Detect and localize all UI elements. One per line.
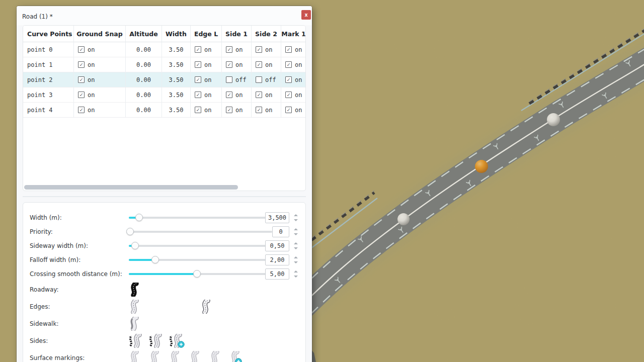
checkbox[interactable] [256, 76, 262, 83]
spinner-buttons[interactable] [292, 255, 299, 265]
texture-icon[interactable] [169, 351, 182, 362]
checkbox[interactable]: ✓ [256, 92, 262, 98]
checkbox[interactable]: ✓ [78, 46, 85, 53]
value-input[interactable]: 0,50 [265, 240, 289, 251]
table-row[interactable]: point 3✓on0.003.50✓on✓on✓on✓on [23, 87, 305, 103]
scrollbar-thumb[interactable] [24, 185, 238, 190]
checkbox-cell[interactable]: ✓on [74, 57, 126, 72]
texture-icon[interactable] [149, 351, 162, 362]
checkbox-cell[interactable]: ✓on [252, 103, 281, 117]
checkbox[interactable] [226, 76, 232, 83]
checkbox-cell[interactable]: ✓on [74, 42, 126, 57]
altitude-cell[interactable]: 0.00 [126, 57, 162, 72]
slider-track[interactable] [129, 273, 272, 275]
checkbox[interactable]: ✓ [285, 107, 292, 113]
value-input[interactable]: 2,00 [265, 254, 289, 265]
altitude-cell[interactable]: 0.00 [126, 103, 162, 117]
checkbox-cell[interactable]: ✓on [191, 87, 222, 102]
checkbox[interactable]: ✓ [285, 76, 292, 83]
checkbox[interactable]: ✓ [195, 92, 201, 98]
slider-track[interactable] [129, 245, 272, 247]
table-row[interactable]: point 4✓on0.003.50✓on✓on✓on✓on [23, 103, 305, 118]
checkbox[interactable]: ✓ [78, 107, 85, 113]
titlebar[interactable]: Road (1) * x [17, 6, 312, 25]
slider-track[interactable] [129, 231, 272, 233]
slider-handle[interactable] [151, 256, 159, 263]
altitude-cell[interactable]: 0.00 [126, 42, 162, 57]
texture-icon[interactable] [209, 351, 222, 362]
checkbox-cell[interactable]: ✓on [281, 87, 306, 102]
width-cell[interactable]: 3.50 [162, 103, 191, 117]
checkbox-cell[interactable]: ✓on [222, 87, 252, 102]
checkbox[interactable]: ✓ [256, 107, 262, 113]
checkbox-cell[interactable]: ✓on [74, 72, 126, 87]
point-name-cell[interactable]: point 3 [23, 87, 74, 102]
point-name-cell[interactable]: point 4 [23, 103, 74, 117]
checkbox-cell[interactable]: ✓on [191, 103, 222, 117]
checkbox[interactable]: ✓ [285, 92, 292, 98]
checkbox[interactable]: ✓ [195, 76, 201, 83]
checkbox-cell[interactable]: ✓on [281, 103, 306, 117]
point-name-cell[interactable]: point 1 [23, 57, 74, 72]
checkbox-cell[interactable]: ✓on [252, 42, 281, 57]
texture-icon[interactable] [129, 334, 145, 348]
column-header[interactable]: Mark 1 [281, 26, 306, 42]
slider-handle[interactable] [131, 242, 139, 249]
texture-icon[interactable] [149, 334, 165, 348]
spinner-buttons[interactable] [292, 213, 299, 223]
texture-icon[interactable] [129, 317, 142, 331]
checkbox[interactable]: ✓ [226, 107, 232, 113]
checkbox[interactable]: ✓ [285, 61, 292, 68]
table-row[interactable]: point 2✓on0.003.50✓onoffoff✓on [23, 72, 305, 87]
width-cell[interactable]: 3.50 [162, 87, 191, 102]
slider-handle[interactable] [126, 228, 134, 235]
column-header[interactable]: Side 1 [222, 26, 252, 42]
slider-handle[interactable] [135, 214, 143, 221]
checkbox[interactable]: ✓ [226, 46, 232, 53]
checkbox[interactable]: ✓ [285, 46, 292, 53]
checkbox-cell[interactable]: ✓on [74, 103, 126, 117]
column-header[interactable]: Side 2 [252, 26, 281, 42]
texture-icon[interactable] [129, 283, 142, 297]
texture-icon[interactable] [129, 300, 142, 314]
value-input[interactable]: 5,00 [265, 268, 289, 280]
checkbox-cell[interactable]: ✓on [191, 57, 222, 72]
checkbox[interactable]: ✓ [226, 92, 232, 98]
checkbox-cell[interactable]: ✓on [281, 72, 306, 87]
texture-icon[interactable] [129, 351, 142, 362]
column-header[interactable]: Width [162, 26, 191, 42]
horizontal-scrollbar[interactable] [24, 185, 305, 190]
checkbox-cell[interactable]: ✓on [222, 103, 252, 117]
width-cell[interactable]: 3.50 [162, 72, 191, 87]
checkbox-cell[interactable]: ✓on [222, 57, 252, 72]
checkbox[interactable]: ✓ [78, 92, 85, 98]
value-input[interactable]: 3,500 [265, 212, 289, 223]
texture-icon[interactable] [229, 351, 243, 362]
checkbox-cell[interactable]: ✓on [252, 57, 281, 72]
checkbox-cell[interactable]: ✓on [252, 87, 281, 102]
column-header[interactable]: Curve Points [23, 26, 74, 42]
column-header[interactable]: Edge L [191, 26, 222, 42]
texture-icon[interactable] [169, 334, 185, 348]
column-header[interactable]: Altitude [126, 26, 162, 42]
column-header[interactable]: Ground Snap [74, 26, 126, 42]
checkbox[interactable]: ✓ [226, 61, 232, 68]
checkbox-cell[interactable]: ✓on [281, 42, 306, 57]
point-name-cell[interactable]: point 2 [23, 72, 74, 87]
point-name-cell[interactable]: point 0 [23, 42, 74, 57]
checkbox[interactable]: ✓ [78, 61, 85, 68]
slider-track[interactable] [129, 217, 272, 219]
table-row[interactable]: point 1✓on0.003.50✓on✓on✓on✓on [23, 57, 305, 72]
close-button[interactable]: x [301, 10, 311, 20]
checkbox[interactable]: ✓ [195, 61, 201, 68]
checkbox[interactable]: ✓ [195, 46, 201, 53]
texture-icon[interactable] [200, 300, 213, 314]
checkbox[interactable]: ✓ [78, 76, 85, 83]
checkbox-cell[interactable]: ✓on [74, 87, 126, 102]
slider-handle[interactable] [193, 270, 201, 278]
width-cell[interactable]: 3.50 [162, 57, 191, 72]
spinner-buttons[interactable] [292, 269, 299, 279]
texture-icon[interactable] [189, 351, 202, 362]
altitude-cell[interactable]: 0.00 [126, 87, 162, 102]
checkbox[interactable]: ✓ [195, 107, 201, 113]
